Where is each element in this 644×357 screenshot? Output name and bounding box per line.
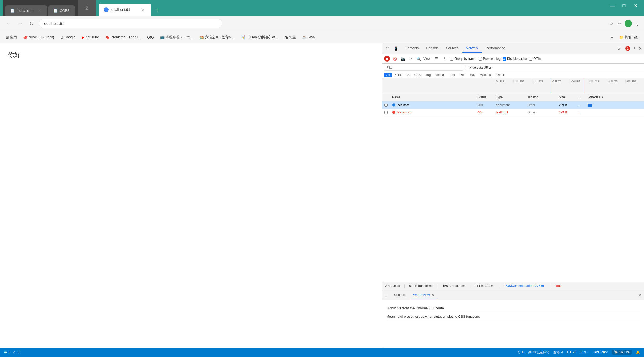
type-js-btn[interactable]: JS	[404, 73, 412, 77]
clear-btn[interactable]: 🚫	[392, 56, 398, 62]
tab-close-btn[interactable]: ✕	[141, 7, 146, 12]
editor-tab-cors[interactable]: 📄 CORS	[48, 5, 75, 16]
group-by-frame-label[interactable]: Group by frame	[450, 57, 476, 61]
more-tabs-btn[interactable]: »	[616, 45, 622, 52]
col-waterfall-header[interactable]: Waterfall ▲	[586, 95, 644, 99]
bookmark-github[interactable]: 🐙 sunwu51 (Frank)	[20, 34, 57, 40]
type-img-btn[interactable]: Img	[423, 73, 433, 77]
row-type: document	[494, 103, 525, 107]
view-grid-btn[interactable]: ⋮	[442, 56, 448, 62]
col-name-header[interactable]: Name	[390, 95, 475, 99]
type-ws-btn[interactable]: WS	[468, 73, 477, 77]
bookmark-other[interactable]: 📁 其他书签	[616, 34, 641, 41]
row-checkbox[interactable]	[384, 111, 388, 114]
tab-elements[interactable]: Elements	[401, 44, 422, 53]
bottom-panel-menu-btn[interactable]: ⋮	[384, 293, 388, 297]
type-css-btn[interactable]: CSS	[412, 73, 423, 77]
disable-cache-checkbox[interactable]	[503, 57, 506, 61]
inspect-icon[interactable]: ⬚	[384, 45, 390, 52]
size-col-label: Size	[559, 95, 565, 99]
close-devtools-btn[interactable]: ✕	[638, 46, 642, 51]
type-font-btn[interactable]: Font	[447, 73, 457, 77]
bookmark-java[interactable]: ☕ Java	[299, 34, 317, 40]
tab-close-icon[interactable]: ✕	[37, 8, 42, 13]
back-btn[interactable]: ←	[4, 19, 13, 28]
bookmark-bilibili[interactable]: 📺 哔哩哔哩（' - 'つ...	[158, 34, 196, 41]
maximize-btn[interactable]: □	[621, 3, 627, 9]
offline-label[interactable]: Offlin...	[529, 57, 543, 61]
hide-data-urls-label[interactable]: Hide data URLs	[465, 66, 492, 69]
col-type-header[interactable]: Type	[494, 95, 525, 99]
bookmark-google[interactable]: G Google	[58, 34, 78, 40]
row-checkbox[interactable]	[384, 104, 388, 107]
record-btn[interactable]: ⏺	[384, 56, 390, 62]
edit-icon[interactable]: ✏	[618, 21, 621, 26]
editor-tab-index[interactable]: 📄 index.html ✕	[5, 5, 47, 16]
menu-icon[interactable]: ⋮	[635, 21, 640, 26]
bookmark-leetcode[interactable]: 🔖 Problems – LeetC...	[103, 34, 143, 40]
type-other-btn[interactable]: Other	[494, 73, 506, 77]
address-input[interactable]	[39, 19, 222, 28]
tab-console[interactable]: Console	[422, 44, 442, 53]
statusbar-left: ⊗ 0 ⚠ 0	[4, 350, 19, 354]
tab-performance[interactable]: Performance	[482, 44, 509, 53]
row-dots: ...	[578, 103, 586, 107]
filter-input[interactable]	[384, 65, 463, 71]
type-media-btn[interactable]: Media	[433, 73, 446, 77]
close-btn[interactable]: ✕	[632, 3, 639, 9]
bookmark-geeks[interactable]: GfG	[144, 34, 157, 40]
devtools-settings-btn[interactable]: ⋮	[631, 45, 637, 52]
row-size: 399 B	[557, 111, 578, 114]
bottom-panel: ⋮ Console What's New ✕ ✕ Highlights from…	[382, 290, 644, 348]
type-all-btn[interactable]: All	[384, 73, 392, 77]
type-doc-btn[interactable]: Doc	[458, 73, 467, 77]
disable-cache-label[interactable]: Disable cache	[503, 57, 527, 61]
dom-content-loaded: DOMContentLoaded: 276 ms	[505, 284, 545, 288]
bookmark-edu[interactable]: 🏫 六淮空间 · 教育科...	[197, 34, 237, 41]
new-tab-btn[interactable]: +	[153, 5, 163, 15]
browser-tab-localhost[interactable]: localhost:91 ✕	[99, 4, 151, 16]
table-row[interactable]: 🔵 localhost 200 document Other 209 B ...	[382, 101, 644, 109]
forward-btn[interactable]: →	[16, 19, 24, 28]
minimize-btn[interactable]: —	[609, 3, 616, 9]
table-row[interactable]: 🔴 favicon.ico 404 text/html Other 399 B …	[382, 109, 644, 116]
bookmark-star-icon[interactable]: ☆	[608, 20, 615, 27]
bottom-tab-console[interactable]: Console	[391, 291, 409, 299]
bookmark-frank[interactable]: 📝 【Frank的博客】ot...	[238, 34, 281, 41]
col-status-header[interactable]: Status	[475, 95, 494, 99]
preserve-log-checkbox[interactable]	[479, 57, 482, 61]
col-size-header[interactable]: Size	[557, 95, 578, 99]
bookmarks-more-btn[interactable]: »	[608, 34, 615, 40]
search-btn[interactable]: 🔍	[416, 56, 421, 62]
bottom-tab-whats-new[interactable]: What's New ✕	[410, 291, 438, 299]
bookmark-label: Java	[308, 35, 315, 39]
col-initiator-header[interactable]: Initiator	[525, 95, 557, 99]
camera-btn[interactable]: 📷	[400, 56, 406, 62]
bookmark-youtube[interactable]: ▶ YouTube	[79, 34, 101, 40]
offline-checkbox[interactable]	[529, 57, 532, 61]
tab-sources[interactable]: Sources	[442, 44, 462, 53]
initiator-col-label: Initiator	[527, 95, 538, 99]
finish-time: Finish: 380 ms	[475, 284, 495, 288]
bottom-tab-bar: ⋮ Console What's New ✕ ✕	[382, 290, 644, 300]
whats-new-close-btn[interactable]: ✕	[431, 293, 434, 297]
bottom-panel-close-btn[interactable]: ✕	[638, 293, 642, 297]
filter-btn[interactable]: ▽	[408, 56, 414, 62]
tab-bar: 📄 index.html ✕ 📄 CORS 2 localhost:91 ✕ +…	[0, 0, 644, 16]
go-live-btn[interactable]: 📡 Go Live	[612, 350, 632, 355]
profile-avatar[interactable]	[625, 20, 632, 27]
bookmark-apps[interactable]: ⊞ 应用	[3, 34, 19, 41]
notification-icon[interactable]: 🔔	[636, 350, 640, 354]
device-icon[interactable]: 📱	[393, 45, 399, 52]
type-xhr-btn[interactable]: XHR	[392, 73, 403, 77]
warning-count: 0	[18, 350, 20, 354]
hide-data-urls-checkbox[interactable]	[465, 66, 468, 69]
bookmark-ali[interactable]: 🛍 阿里	[282, 34, 298, 41]
view-list-btn[interactable]: ☰	[433, 56, 439, 62]
refresh-btn[interactable]: ↻	[27, 19, 36, 28]
type-manifest-btn[interactable]: Manifest	[478, 73, 494, 77]
window-controls: — □ ✕	[609, 3, 639, 9]
tab-network[interactable]: Network	[462, 44, 482, 53]
preserve-log-label[interactable]: Preserve log	[479, 57, 501, 61]
group-by-frame-checkbox[interactable]	[450, 57, 453, 61]
